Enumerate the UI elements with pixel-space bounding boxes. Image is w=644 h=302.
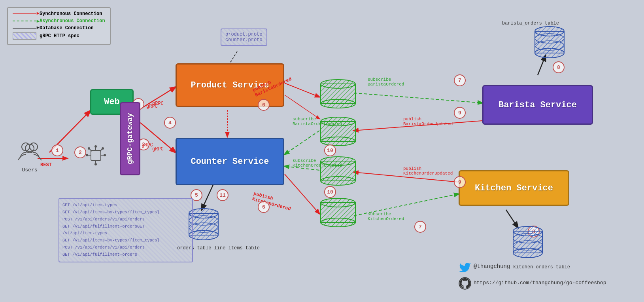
svg-line-11 [285,95,319,119]
svg-point-59 [86,154,88,156]
gateway-label: gRPC-gateway [126,113,134,165]
circle-6-kitchen: 6 [258,201,270,213]
counter-service-box: Counter Service [176,138,284,185]
legend: Synchronous Connection Asynchronous Conn… [7,7,111,45]
svg-point-28 [321,137,355,146]
circle-9-barista: 9 [454,107,466,119]
circle-7-kitchen: 7 [414,221,426,233]
circle-7-barista: 7 [454,74,466,86]
twitter-icon [459,261,471,277]
api-route-5: GET /v1/api/items-by-types/{item_types} [62,237,189,244]
async-line-icon [13,21,36,21]
circle-4: 4 [164,117,176,129]
web-label: Web [104,97,120,107]
circle-11: 11 [217,189,229,201]
subscribe-kitchen-label: subscribeKitchenOrdered [368,212,404,221]
circle-6-barista: 6 [258,99,270,111]
circle-1: 1 [51,144,63,156]
proto-box: product.proto counter.proto [221,28,267,46]
diagram: Synchronous Connection Asynchronous Conn… [0,0,644,302]
users-label: Users [18,167,42,173]
svg-rect-52 [91,150,101,160]
users-icon: Users [18,141,42,173]
circle-9-kitchen: 9 [454,176,466,188]
subscribe-barista-updated-label: subscribeBaristaOrderUpdated [293,117,342,126]
kitchen-orders-table-label: kitchen_orders table [513,264,570,270]
api-route-1: GET /v1/api/items-by-types/{item_types} [62,209,189,216]
svg-line-8 [354,93,482,103]
api-route-4: /v1/api/item-types [62,230,189,237]
proto-line1: product.proto [225,32,263,37]
svg-point-25 [321,99,355,108]
gateway-box: gRPC-gateway [120,102,140,175]
kitchen-label: Kitchen Service [475,183,553,193]
network-icon [85,144,107,168]
publish-kitchen-updated-label: publishKitchenOrderUpdated [403,166,453,176]
github-icon [459,277,471,292]
legend-grpc: gRPC HTTP spec [13,32,105,40]
svg-point-40 [189,223,218,232]
grpc-label-3: gRPC [152,101,164,106]
svg-point-31 [321,177,355,185]
mq-barista-ordered [319,79,357,111]
kitchen-service-box: Kitchen Service [459,170,569,206]
legend-async: Asynchronous Connection [13,18,105,24]
rest-label: REST [40,162,52,168]
svg-point-63 [88,147,90,150]
subscribe-kitchen-updated-label: subscribeKitchenOrderUpdated [293,158,342,168]
legend-sync: Synchronous Connection [13,11,105,17]
legend-db: Database Connection [13,25,105,31]
circle-2: 2 [74,146,86,158]
api-route-3: GET /v1/api/fulfillment-ordersGET [62,223,189,230]
async-label: Asynchronous Connection [40,18,105,24]
circle-10-kitchen-lower: 10 [324,186,336,198]
db-label: Database Connection [40,25,94,31]
grpc-label-4: gRPC [152,146,164,152]
api-route-6: POST /v1/api/orders/v1/api/orders [62,244,189,251]
barista-orders-table-label: barista_orders table [502,21,559,26]
svg-point-45 [535,41,564,50]
svg-point-64 [102,147,104,150]
grpc-label-2: gRPC [142,142,153,148]
grpc-label: gRPC HTTP spec [40,33,79,39]
sync-label: Synchronous Connection [40,11,102,17]
github-url: https://github.com/thangchung/go-coffees… [474,280,606,286]
svg-line-15 [202,184,213,210]
svg-point-34 [321,218,355,227]
circle-10-kitchen-upper: 10 [324,144,336,156]
barista-label: Barista Service [499,100,577,110]
api-routes-box: GET /v1/api/item-types GET /v1/api/items… [59,198,193,262]
proto-line2: counter.proto [225,37,263,43]
mq-kitchen-ordered [319,198,357,230]
svg-line-6 [285,83,319,97]
publish-barista-updated-label: publishBaristaOrderUpdated [403,117,453,126]
grpc-box-icon [13,32,36,40]
twitter-handle: @thangchung [474,263,510,270]
sync-line-icon [13,13,36,14]
api-route-7: GET /v1/api/fulfillment-orders [62,251,189,258]
barista-service-box: Barista Service [482,85,593,125]
svg-point-50 [513,241,542,250]
api-route-0: GET /v1/api/item-types [62,202,189,209]
subscribe-barista-ordered-label: subscribeBaristaOrdered [368,77,404,87]
svg-line-10 [285,131,319,154]
svg-line-17 [506,210,518,228]
svg-point-60 [104,154,106,156]
svg-point-57 [94,145,97,148]
api-route-2: POST /v1/api/orders/v1/api/orders [62,216,189,223]
db-line-icon [13,28,36,28]
kitchen-orders-db [512,226,544,263]
svg-point-58 [94,163,97,165]
counter-label: Counter Service [191,157,269,167]
barista-orders-db [534,26,565,63]
